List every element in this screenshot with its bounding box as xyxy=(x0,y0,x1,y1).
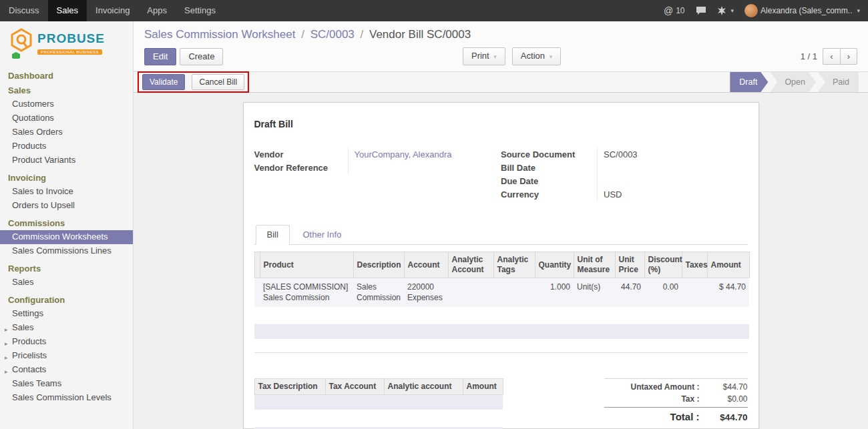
cancel-bill-button[interactable]: Cancel Bill xyxy=(192,74,244,90)
sidebar-item-sales-commission-levels[interactable]: Sales Commission Levels xyxy=(0,391,133,405)
cell-account: 220000 Expenses xyxy=(404,278,448,308)
tax-label: Tax : xyxy=(604,394,706,404)
status-pipeline: Draft Open Paid xyxy=(730,72,859,92)
invoice-lines-table: Product Description Account Analytic Acc… xyxy=(254,252,750,351)
untaxed-amount-label: Untaxed Amount : xyxy=(604,382,706,392)
debug-icon xyxy=(717,6,726,15)
sidebar-item-pricelists[interactable]: ▸ Pricelists xyxy=(0,349,133,363)
sidebar-item-customers[interactable]: Customers xyxy=(0,97,133,111)
menu-invoicing[interactable]: Invoicing xyxy=(87,0,138,21)
control-panel-buttons: Edit Create Print ▾ Action ▾ 1 / 1 xyxy=(144,47,857,65)
sidebar-item-sales-to-invoice[interactable]: Sales to Invoice xyxy=(0,185,133,199)
source-document-value: SC/0003 xyxy=(597,148,748,161)
sidebar-item-sales-teams[interactable]: Sales Teams xyxy=(0,377,133,391)
pager-next-button[interactable]: › xyxy=(840,48,857,65)
tax-and-totals-section: Tax Description Tax Account Analytic acc… xyxy=(254,378,748,429)
sidebar-item-settings[interactable]: Settings xyxy=(0,307,133,321)
sidebar-item-quotations[interactable]: Quotations xyxy=(0,111,133,125)
status-step-open[interactable]: Open xyxy=(770,72,816,92)
cell-analytic-tags xyxy=(493,278,535,308)
sidebar-item-config-sales[interactable]: ▸ Sales xyxy=(0,321,133,335)
user-menu[interactable]: Alexandra (Sales_comm.. ▾ xyxy=(744,4,860,17)
breadcrumb-sc0003-link[interactable]: SC/0003 xyxy=(310,28,355,41)
at-icon: @ xyxy=(664,5,673,16)
topbar-right: @ 10 ▾ Alexandra (Sales_comm.. ▾ xyxy=(664,0,868,21)
bill-date-value xyxy=(597,161,748,175)
control-panel: Sales Commission Worksheet / SC/0003 / V… xyxy=(134,21,868,71)
due-date-label: Due Date xyxy=(501,175,597,188)
sidebar-item-commission-worksheets[interactable]: Commission Worksheets xyxy=(0,230,133,244)
tab-other-info[interactable]: Other Info xyxy=(292,226,352,244)
sidebar-item-sales-commissions-lines[interactable]: Sales Commissions Lines xyxy=(0,244,133,258)
sidebar-item-sales-orders[interactable]: Sales Orders xyxy=(0,125,133,139)
vendor-label: Vendor xyxy=(254,148,348,161)
control-panel-center: Print ▾ Action ▾ xyxy=(223,47,800,65)
breadcrumb-separator: / xyxy=(361,28,364,41)
logo-text: PROBUSE PROFESSIONAL BUSINESS xyxy=(37,32,105,55)
breadcrumb: Sales Commission Worksheet / SC/0003 / V… xyxy=(144,26,857,43)
col-unit-price: Unit Price xyxy=(615,252,644,278)
tab-bill[interactable]: Bill xyxy=(256,225,290,245)
untaxed-amount-value: $44.70 xyxy=(706,382,748,392)
action-label: Action xyxy=(521,51,545,61)
tax-lines-table: Tax Description Tax Account Analytic acc… xyxy=(254,378,503,429)
col-analytic-account: Analytic Account xyxy=(448,252,493,278)
invoice-line-row[interactable]: [SALES COMMISSION] Sales Commission Sale… xyxy=(254,278,749,308)
sheet-title: Draft Bill xyxy=(254,119,748,129)
menu-sales[interactable]: Sales xyxy=(48,0,87,21)
avatar xyxy=(744,4,758,17)
create-button[interactable]: Create xyxy=(180,48,223,65)
bill-date-label: Bill Date xyxy=(501,161,597,175)
sidebar-item-products[interactable]: Products xyxy=(0,139,133,153)
mentions-counter[interactable]: @ 10 xyxy=(664,5,685,16)
col-description: Description xyxy=(353,252,404,278)
empty-line-row xyxy=(254,324,749,339)
field-grid: Vendor YourCompany, Alexandra Vendor Ref… xyxy=(254,148,748,201)
sidebar-item-product-variants[interactable]: Product Variants xyxy=(0,153,133,167)
sidebar-item-orders-to-upsell[interactable]: Orders to Upsell xyxy=(0,199,133,213)
empty-tax-row xyxy=(254,395,503,410)
sidebar-item-config-products[interactable]: ▸ Products xyxy=(0,335,133,349)
col-taxes: Taxes xyxy=(682,252,707,278)
status-step-draft[interactable]: Draft xyxy=(730,72,768,92)
breadcrumb-worksheet-link[interactable]: Sales Commission Worksheet xyxy=(144,28,295,41)
cell-unit-price: 44.70 xyxy=(615,278,644,308)
top-menu: Discuss Sales Invoicing Apps Settings xyxy=(0,0,224,21)
col-discount: Discount (%) xyxy=(644,252,682,278)
action-dropdown-button[interactable]: Action ▾ xyxy=(512,47,561,65)
empty-tax-row xyxy=(254,410,503,427)
menu-settings[interactable]: Settings xyxy=(176,0,224,21)
status-step-paid[interactable]: Paid xyxy=(818,72,859,92)
currency-value: USD xyxy=(597,188,748,201)
edit-button[interactable]: Edit xyxy=(144,48,176,65)
print-dropdown-button[interactable]: Print ▾ xyxy=(463,47,505,65)
cell-description: Sales Commission xyxy=(353,278,404,308)
expand-arrow-icon: ▸ xyxy=(5,352,8,363)
expand-arrow-icon: ▸ xyxy=(5,366,8,377)
vendor-reference-value xyxy=(348,161,501,175)
cell-discount: 0.00 xyxy=(644,278,682,308)
chevron-down-icon: ▾ xyxy=(550,53,553,60)
pager-previous-button[interactable]: ‹ xyxy=(823,48,840,65)
col-tax-analytic-account: Analytic account xyxy=(384,379,463,395)
menu-discuss[interactable]: Discuss xyxy=(0,0,48,21)
total-row: Total : $44.70 xyxy=(604,407,748,424)
tax-row: Tax : $0.00 xyxy=(604,393,748,405)
messages-icon[interactable] xyxy=(696,6,706,15)
topbar: Discuss Sales Invoicing Apps Settings @ … xyxy=(0,0,868,21)
sidebar-item-label: Pricelists xyxy=(12,350,47,360)
vendor-value-link[interactable]: YourCompany, Alexandra xyxy=(348,148,501,161)
totals-block: Untaxed Amount : $44.70 Tax : $0.00 Tota… xyxy=(604,378,748,424)
sidebar-heading-invoicing: Invoicing xyxy=(0,171,133,185)
form-area: Draft Bill Vendor YourCompany, Alexandra… xyxy=(134,93,868,429)
sidebar-item-reports-sales[interactable]: Sales xyxy=(0,276,133,290)
probuse-logo: PROBUSE PROFESSIONAL BUSINESS xyxy=(0,27,133,65)
col-tax-amount: Amount xyxy=(463,379,503,395)
menu-apps[interactable]: Apps xyxy=(138,0,176,21)
drag-handle-column xyxy=(254,252,260,278)
validate-button[interactable]: Validate xyxy=(142,74,185,90)
debug-menu[interactable]: ▾ xyxy=(717,6,734,15)
logo-title: PROBUSE xyxy=(37,32,105,45)
user-name: Alexandra (Sales_comm.. xyxy=(761,6,852,15)
sidebar-item-contacts[interactable]: ▸ Contacts xyxy=(0,363,133,377)
